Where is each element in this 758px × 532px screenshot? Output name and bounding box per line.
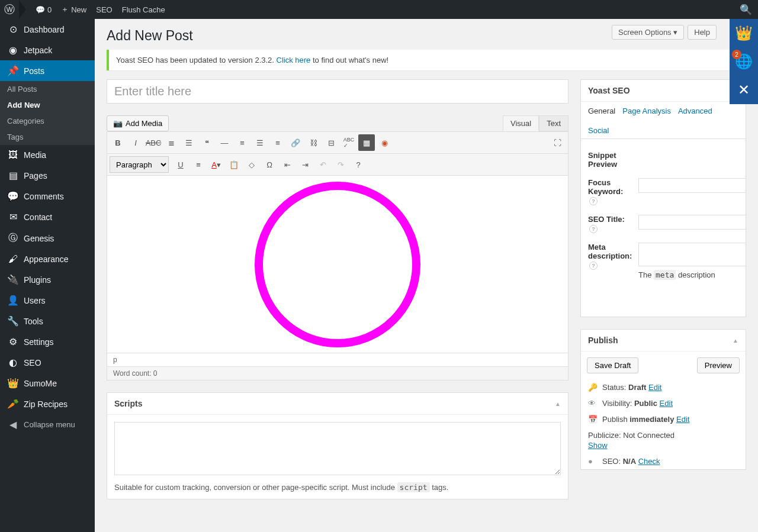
focus-keyword-input[interactable] <box>638 178 746 193</box>
editor-content-area[interactable] <box>107 176 568 353</box>
collapse-menu[interactable]: ◀Collapse menu <box>0 414 95 435</box>
clear-format-button[interactable]: ◇ <box>243 156 260 173</box>
special-button[interactable]: ◉ <box>376 134 393 151</box>
justify-button[interactable]: ≡ <box>190 156 207 173</box>
focus-keyword-label: Focus Keyword:? <box>588 178 632 205</box>
meta-desc-input[interactable] <box>638 243 746 266</box>
seo-tab-general[interactable]: General <box>588 107 615 119</box>
seo-check-link[interactable]: Check <box>638 457 660 466</box>
seo-tab-page-analysis[interactable]: Page Analysis <box>622 107 671 119</box>
notice-text-post: to find out what's new! <box>310 56 388 65</box>
toolbar-comments[interactable]: 💬 0 <box>31 0 56 19</box>
spell-button[interactable]: ABC✓ <box>341 134 357 151</box>
preview-button[interactable]: Preview <box>697 357 740 373</box>
help-button[interactable]: Help <box>688 25 717 40</box>
scripts-textarea[interactable] <box>114 422 561 475</box>
add-media-button[interactable]: 📷Add Media <box>107 115 169 131</box>
notice-link[interactable]: Click here <box>277 56 311 65</box>
crown-icon: 👑 <box>7 378 19 389</box>
edit-visibility-link[interactable]: Edit <box>660 399 673 408</box>
edit-status-link[interactable]: Edit <box>648 383 661 392</box>
toolbar-seo[interactable]: SEO <box>91 0 117 19</box>
submenu-all-posts[interactable]: All Posts <box>0 81 95 97</box>
indent-button[interactable]: ⇥ <box>297 156 313 173</box>
italic-button[interactable]: I <box>127 134 144 151</box>
unlink-button[interactable]: ⛓ <box>305 134 322 151</box>
sidebar-item-settings[interactable]: ⚙Settings <box>0 331 95 352</box>
more-button[interactable]: ⊟ <box>323 134 339 151</box>
sumome-crown-button[interactable]: 👑 <box>730 19 758 47</box>
bold-button[interactable]: B <box>110 134 126 151</box>
text-color-button[interactable]: A ▾ <box>208 156 224 173</box>
publish-metabox: Publish ▲ Save Draft Preview 🔑 Status: D… <box>580 329 746 470</box>
align-center-button[interactable]: ☰ <box>252 134 268 151</box>
special-char-button[interactable]: Ω <box>261 156 278 173</box>
save-draft-button[interactable]: Save Draft <box>587 357 638 373</box>
fullscreen-button[interactable]: ⛶ <box>549 134 566 151</box>
undo-button[interactable]: ↶ <box>314 156 331 173</box>
help-icon[interactable]: ? <box>589 197 598 205</box>
sidebar-item-tools[interactable]: 🔧Tools <box>0 311 95 331</box>
outdent-button[interactable]: ⇤ <box>279 156 296 173</box>
sidebar-item-posts[interactable]: 📌Posts <box>0 60 95 81</box>
sidebar-item-dashboard[interactable]: ⊙Dashboard <box>0 19 95 40</box>
sidebar-item-appearance[interactable]: 🖌Appearance <box>0 249 95 269</box>
sumome-notifications-button[interactable]: 2 🌐 <box>730 47 758 76</box>
number-list-button[interactable]: ☰ <box>181 134 197 151</box>
blockquote-button[interactable]: ❝ <box>198 134 215 151</box>
link-button[interactable]: 🔗 <box>287 134 304 151</box>
tab-visual[interactable]: Visual <box>503 115 539 131</box>
help-toolbar-button[interactable]: ? <box>350 156 367 173</box>
sidebar-item-seo[interactable]: ◐SEO <box>0 352 95 373</box>
sidebar-item-genesis[interactable]: ⒼGenesis <box>0 227 95 249</box>
align-left-button[interactable]: ≡ <box>234 134 250 151</box>
sidebar-item-plugins[interactable]: 🔌Plugins <box>0 269 95 290</box>
seo-title-input[interactable] <box>638 215 746 230</box>
sidebar-item-users[interactable]: 👤Users <box>0 290 95 311</box>
format-select[interactable]: Paragraph <box>110 156 169 173</box>
paste-text-button[interactable]: 📋 <box>226 156 242 173</box>
help-icon[interactable]: ? <box>589 262 598 270</box>
bullet-list-button[interactable]: ≣ <box>163 134 179 151</box>
sidebar-item-media[interactable]: 🖼Media <box>0 145 95 165</box>
edit-schedule-link[interactable]: Edit <box>676 415 689 424</box>
key-icon: 🔑 <box>588 383 599 392</box>
sidebar-item-contact[interactable]: ✉Contact <box>0 207 95 227</box>
toolbar-new[interactable]: ＋ New <box>56 0 91 19</box>
scripts-header[interactable]: Scripts ▲ <box>107 393 568 415</box>
sidebar-item-jetpack[interactable]: ◉Jetpack <box>0 40 95 60</box>
underline-button[interactable]: U <box>172 156 189 173</box>
search-icon[interactable]: 🔍 <box>740 4 752 16</box>
publish-title: Publish <box>588 336 618 345</box>
strike-button[interactable]: ABC <box>145 134 162 151</box>
scripts-note: Suitable for custom tracking, conversion… <box>114 483 561 492</box>
sidebar-item-sumome[interactable]: 👑SumoMe <box>0 373 95 394</box>
sidebar-item-zip-recipes[interactable]: 🥕Zip Recipes <box>0 394 95 414</box>
mail-icon: ✉ <box>7 211 19 223</box>
submenu-add-new[interactable]: Add New <box>0 97 95 113</box>
tab-text[interactable]: Text <box>539 115 568 131</box>
sidebar-label: Tools <box>24 317 43 326</box>
submenu-categories[interactable]: Categories <box>0 113 95 129</box>
seo-tab-advanced[interactable]: Advanced <box>678 107 712 119</box>
seo-tab-social[interactable]: Social <box>588 126 609 138</box>
status-row: 🔑 Status: Draft Edit <box>581 379 746 395</box>
post-title-input[interactable] <box>107 79 568 104</box>
word-count: Word count: 0 <box>107 367 568 381</box>
yoast-seo-metabox: Yoast SEO ▲ General Page Analysis Advanc… <box>580 79 746 317</box>
hr-button[interactable]: — <box>216 134 233 151</box>
redo-button[interactable]: ↷ <box>332 156 349 173</box>
submenu-tags[interactable]: Tags <box>0 129 95 145</box>
toolbar-flush-cache[interactable]: Flush Cache <box>117 0 170 19</box>
help-icon[interactable]: ? <box>589 225 598 233</box>
publish-header[interactable]: Publish ▲ <box>581 330 746 352</box>
align-right-button[interactable]: ≡ <box>269 134 286 151</box>
yoast-header[interactable]: Yoast SEO ▲ <box>581 80 746 102</box>
toolbar-toggle-button[interactable]: ▦ <box>358 134 375 151</box>
screen-options-button[interactable]: Screen Options ▾ <box>612 25 684 40</box>
wp-logo-icon[interactable]: ⓦ <box>0 0 19 19</box>
publicize-show-link[interactable]: Show <box>588 441 608 450</box>
sidebar-item-comments[interactable]: 💬Comments <box>0 186 95 207</box>
sumome-close-button[interactable]: ✕ <box>730 76 758 104</box>
sidebar-item-pages[interactable]: ▤Pages <box>0 165 95 186</box>
